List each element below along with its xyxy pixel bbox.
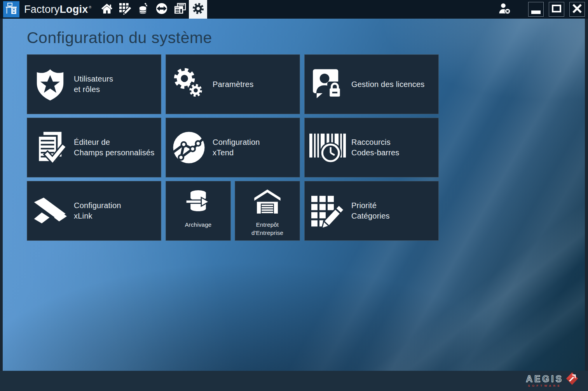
tile-label: ConfigurationxTend bbox=[213, 137, 260, 158]
topbar: FactoryLogix® bbox=[0, 0, 588, 19]
content-frame: Configuration du système Utilisateurset … bbox=[0, 19, 588, 371]
tile-enterprise-warehouse[interactable]: Entrepôtd'Entreprise bbox=[235, 181, 300, 241]
tile-label: Archivage bbox=[185, 221, 212, 229]
aegis-brand-text: AEGIS bbox=[526, 374, 564, 384]
grid-pencil-icon bbox=[308, 194, 347, 228]
nav-item-system-configuration[interactable] bbox=[189, 0, 207, 19]
tile-label: Gestion des licences bbox=[351, 79, 425, 90]
tile-priority-categories[interactable]: PrioritéCatégories bbox=[304, 181, 439, 241]
nav-item-materials[interactable] bbox=[134, 0, 152, 19]
network-globe-icon bbox=[169, 130, 209, 165]
window-controls bbox=[498, 2, 588, 17]
user-logout-button[interactable] bbox=[498, 2, 511, 16]
database-arrow-icon bbox=[137, 3, 149, 16]
maximize-button[interactable] bbox=[549, 2, 564, 17]
bottombar: AEGIS SOFTWARE bbox=[0, 371, 588, 391]
document-check-icon bbox=[30, 130, 70, 165]
tile-users-roles[interactable]: Utilisateurset rôles bbox=[27, 54, 161, 114]
registered-mark: ® bbox=[89, 5, 91, 9]
grid-pencil-icon bbox=[119, 3, 131, 16]
gear-icon bbox=[192, 2, 205, 17]
database-transfer-icon bbox=[185, 187, 211, 216]
tile-label: Entrepôtd'Entreprise bbox=[251, 221, 283, 237]
wallpaper: Configuration du système Utilisateurset … bbox=[3, 19, 585, 371]
aegis-logo: AEGIS SOFTWARE bbox=[526, 373, 579, 389]
brand-word-light: Factory bbox=[24, 3, 59, 16]
main-nav bbox=[98, 0, 207, 19]
transfer-circle-icon bbox=[155, 2, 168, 16]
windows-stack-icon bbox=[173, 3, 187, 16]
shield-star-icon bbox=[30, 68, 70, 101]
tile-barcode-shortcuts[interactable]: RaccourcisCodes-barres bbox=[304, 118, 439, 177]
barcode-clock-icon bbox=[308, 131, 347, 164]
aegis-mark-icon bbox=[565, 372, 579, 387]
tile-label: PrioritéCatégories bbox=[351, 200, 390, 221]
tile-grid: Utilisateurset rôles Param bbox=[27, 54, 439, 241]
maximize-icon bbox=[552, 5, 561, 14]
user-logout-icon bbox=[498, 2, 511, 16]
brand-word-bold: Logix bbox=[59, 3, 88, 16]
home-icon bbox=[101, 3, 113, 16]
nav-item-planning[interactable] bbox=[116, 0, 134, 19]
minimize-icon bbox=[531, 9, 541, 16]
tile-xtend-configuration[interactable]: ConfigurationxTend bbox=[166, 118, 300, 177]
app-logo bbox=[3, 1, 19, 17]
close-icon bbox=[572, 3, 582, 15]
aegis-software-label: SOFTWARE bbox=[528, 384, 562, 388]
close-button[interactable] bbox=[569, 2, 585, 17]
tile-archiving[interactable]: Archivage bbox=[166, 181, 231, 241]
tile-group-small: Archivage bbox=[166, 181, 300, 241]
tile-custom-fields-editor[interactable]: Éditeur deChamps personnalisés bbox=[27, 118, 161, 177]
id-lock-icon bbox=[308, 67, 347, 101]
tile-label: ConfigurationxLink bbox=[74, 200, 121, 221]
workstation-desk-icon bbox=[5, 2, 18, 17]
brand-wordmark: FactoryLogix® bbox=[24, 3, 91, 16]
nav-item-analytics[interactable] bbox=[171, 0, 189, 19]
tile-xlink-configuration[interactable]: ConfigurationxLink bbox=[27, 181, 161, 241]
warehouse-icon bbox=[254, 187, 281, 216]
gears-icon bbox=[169, 67, 209, 101]
tile-label: Utilisateurset rôles bbox=[74, 74, 113, 95]
tile-label: RaccourcisCodes-barres bbox=[351, 137, 400, 158]
nav-item-home[interactable] bbox=[98, 0, 116, 19]
tile-label: Éditeur deChamps personnalisés bbox=[74, 137, 154, 158]
minimize-button[interactable] bbox=[528, 2, 544, 17]
xlink-icon bbox=[30, 198, 70, 224]
nav-item-production[interactable] bbox=[152, 0, 171, 19]
tile-license-management[interactable]: Gestion des licences bbox=[304, 54, 439, 114]
tile-label: Paramètres bbox=[213, 79, 253, 90]
page-title: Configuration du système bbox=[27, 29, 212, 47]
tile-parameters[interactable]: Paramètres bbox=[166, 54, 300, 114]
